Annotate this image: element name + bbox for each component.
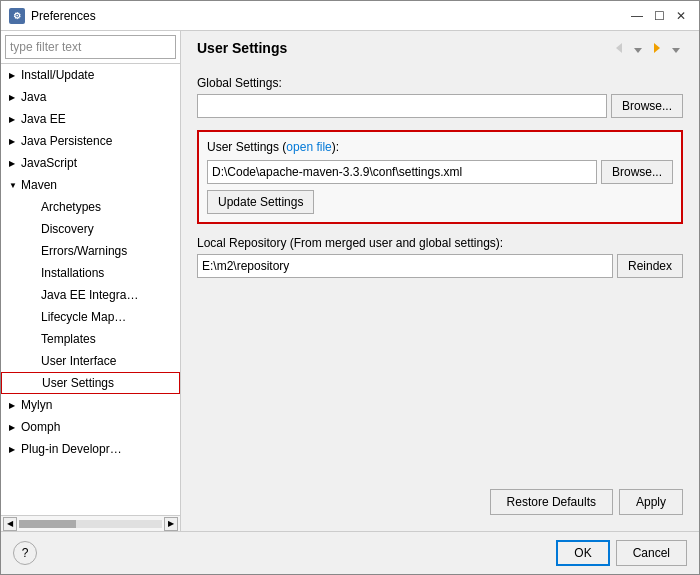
filter-input[interactable]	[5, 35, 176, 59]
page-title: User Settings	[197, 40, 287, 56]
arrow-icon: ▼	[9, 181, 19, 190]
global-settings-input[interactable]	[197, 94, 607, 118]
sidebar-item-label: Mylyn	[21, 398, 52, 412]
scroll-thumb	[19, 520, 76, 528]
scroll-right-btn[interactable]: ▶	[164, 517, 178, 531]
local-repo-row: Reindex	[197, 254, 683, 278]
apply-button[interactable]: Apply	[619, 489, 683, 515]
update-settings-button[interactable]: Update Settings	[207, 190, 314, 214]
sidebar-item-label: Errors/Warnings	[41, 244, 127, 258]
bottom-bar: ? OK Cancel	[1, 531, 699, 574]
sidebar-item-lifecycle-mappings[interactable]: Lifecycle Map…	[1, 306, 180, 328]
spacer	[197, 290, 683, 477]
main-header: User Settings	[181, 31, 699, 60]
window-title: Preferences	[31, 9, 96, 23]
title-bar: ⚙ Preferences — ☐ ✕	[1, 1, 699, 31]
bottom-right-buttons: OK Cancel	[556, 540, 687, 566]
sidebar-item-label: Archetypes	[41, 200, 101, 214]
restore-apply-row: Restore Defaults Apply	[197, 489, 683, 515]
sidebar-item-label: Java Persistence	[21, 134, 112, 148]
sidebar-item-oomph[interactable]: ▶ Oomph	[1, 416, 180, 438]
local-repo-input[interactable]	[197, 254, 613, 278]
svg-marker-1	[634, 48, 642, 53]
global-settings-label: Global Settings:	[197, 76, 683, 90]
preferences-window: ⚙ Preferences — ☐ ✕ ▶ Install/Update	[0, 0, 700, 575]
sidebar-item-javascript[interactable]: ▶ JavaScript	[1, 152, 180, 174]
sidebar-item-label: Java EE	[21, 112, 66, 126]
local-repo-section: Local Repository (From merged user and g…	[197, 236, 683, 278]
main-settings-panel: Global Settings: Browse... User Settings…	[181, 60, 699, 531]
sidebar-item-label: Java	[21, 90, 46, 104]
sidebar-item-user-settings[interactable]: User Settings	[1, 372, 180, 394]
sidebar-item-install-update[interactable]: ▶ Install/Update	[1, 64, 180, 86]
scroll-left-btn[interactable]: ◀	[3, 517, 17, 531]
back-arrow-button[interactable]	[609, 39, 629, 60]
sidebar-item-errors-warnings[interactable]: Errors/Warnings	[1, 240, 180, 262]
svg-marker-3	[672, 48, 680, 53]
sidebar-item-archetypes[interactable]: Archetypes	[1, 196, 180, 218]
user-settings-label-text: User Settings (	[207, 140, 286, 154]
arrow-icon: ▶	[9, 93, 19, 102]
sidebar-item-label: Oomph	[21, 420, 60, 434]
ok-button[interactable]: OK	[556, 540, 609, 566]
restore-defaults-button[interactable]: Restore Defaults	[490, 489, 613, 515]
nav-arrows	[609, 39, 683, 60]
sidebar-item-label: User Interface	[41, 354, 116, 368]
global-settings-section: Global Settings: Browse...	[197, 76, 683, 118]
h-scroll-track: ◀ ▶	[1, 517, 180, 531]
app-icon: ⚙	[9, 8, 25, 24]
open-file-link[interactable]: open file	[286, 140, 331, 154]
sidebar-item-java-ee[interactable]: ▶ Java EE	[1, 108, 180, 130]
user-settings-box: User Settings (open file): Browse... Upd…	[197, 130, 683, 224]
global-settings-browse-button[interactable]: Browse...	[611, 94, 683, 118]
sidebar-item-maven[interactable]: ▼ Maven	[1, 174, 180, 196]
maximize-button[interactable]: ☐	[649, 6, 669, 26]
sidebar-item-discovery[interactable]: Discovery	[1, 218, 180, 240]
sidebar-item-label: JavaScript	[21, 156, 77, 170]
scroll-track	[19, 520, 162, 528]
arrow-icon: ▶	[9, 115, 19, 124]
sidebar-item-mylyn[interactable]: ▶ Mylyn	[1, 394, 180, 416]
sidebar-item-label: Maven	[21, 178, 57, 192]
svg-marker-0	[616, 43, 622, 53]
sidebar-item-label: Install/Update	[21, 68, 94, 82]
sidebar-item-label: Templates	[41, 332, 96, 346]
close-button[interactable]: ✕	[671, 6, 691, 26]
sidebar-item-label: Lifecycle Map…	[41, 310, 126, 324]
sidebar-item-label: Installations	[41, 266, 104, 280]
svg-marker-2	[654, 43, 660, 53]
sidebar-item-installations[interactable]: Installations	[1, 262, 180, 284]
arrow-icon: ▶	[9, 445, 19, 454]
user-settings-row: Browse...	[207, 160, 673, 184]
sidebar-item-label: Java EE Integra…	[41, 288, 138, 302]
title-bar-left: ⚙ Preferences	[9, 8, 96, 24]
forward-arrow-button[interactable]	[647, 39, 667, 60]
user-settings-browse-button[interactable]: Browse...	[601, 160, 673, 184]
sidebar-item-user-interface[interactable]: User Interface	[1, 350, 180, 372]
title-controls: — ☐ ✕	[627, 6, 691, 26]
horizontal-scrollbar[interactable]: ◀ ▶	[1, 515, 180, 531]
local-repo-label: Local Repository (From merged user and g…	[197, 236, 683, 250]
main-panel-wrapper: User Settings	[181, 31, 699, 531]
main-content: ▶ Install/Update ▶ Java ▶ Java EE ▶ Java…	[1, 31, 699, 531]
sidebar-item-label: Plug-in Developr…	[21, 442, 122, 456]
cancel-button[interactable]: Cancel	[616, 540, 687, 566]
minimize-button[interactable]: —	[627, 6, 647, 26]
sidebar-item-java-ee-integration[interactable]: Java EE Integra…	[1, 284, 180, 306]
back-dropdown-button[interactable]	[631, 41, 645, 59]
arrow-icon: ▶	[9, 401, 19, 410]
arrow-icon: ▶	[9, 71, 19, 80]
user-settings-label-end: ):	[332, 140, 339, 154]
sidebar-item-label: Discovery	[41, 222, 94, 236]
arrow-icon: ▶	[9, 137, 19, 146]
user-settings-input[interactable]	[207, 160, 597, 184]
help-button[interactable]: ?	[13, 541, 37, 565]
filter-box	[1, 31, 180, 64]
user-settings-section-label: User Settings (open file):	[207, 140, 673, 154]
reindex-button[interactable]: Reindex	[617, 254, 683, 278]
sidebar-item-java-persistence[interactable]: ▶ Java Persistence	[1, 130, 180, 152]
sidebar-item-plug-in-development[interactable]: ▶ Plug-in Developr…	[1, 438, 180, 460]
sidebar-item-templates[interactable]: Templates	[1, 328, 180, 350]
sidebar-item-java[interactable]: ▶ Java	[1, 86, 180, 108]
forward-dropdown-button[interactable]	[669, 41, 683, 59]
